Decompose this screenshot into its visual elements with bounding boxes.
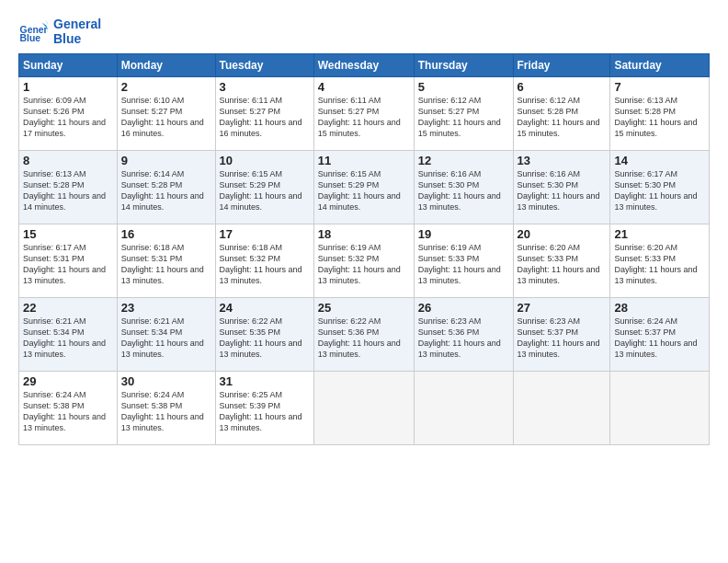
calendar-cell: 1 Sunrise: 6:09 AMSunset: 5:26 PMDayligh… bbox=[19, 77, 118, 151]
day-number: 22 bbox=[23, 301, 113, 315]
day-number: 26 bbox=[418, 301, 509, 315]
header-friday: Friday bbox=[513, 54, 610, 77]
day-number: 5 bbox=[418, 80, 509, 94]
day-number: 6 bbox=[518, 80, 607, 94]
day-number: 3 bbox=[220, 80, 310, 94]
day-number: 25 bbox=[318, 301, 410, 315]
day-number: 4 bbox=[318, 80, 410, 94]
day-info: Sunrise: 6:11 AMSunset: 5:27 PMDaylight:… bbox=[318, 96, 401, 138]
calendar-cell: 4 Sunrise: 6:11 AMSunset: 5:27 PMDayligh… bbox=[313, 77, 414, 151]
day-info: Sunrise: 6:18 AMSunset: 5:31 PMDaylight:… bbox=[121, 243, 204, 285]
day-number: 21 bbox=[614, 227, 705, 241]
calendar-cell: 5 Sunrise: 6:12 AMSunset: 5:27 PMDayligh… bbox=[414, 77, 513, 151]
day-number: 17 bbox=[220, 227, 310, 241]
header-tuesday: Tuesday bbox=[215, 54, 313, 77]
day-info: Sunrise: 6:22 AMSunset: 5:35 PMDaylight:… bbox=[220, 316, 302, 359]
day-info: Sunrise: 6:23 AMSunset: 5:37 PMDaylight:… bbox=[518, 316, 600, 359]
calendar-cell: 22 Sunrise: 6:21 AMSunset: 5:34 PMDaylig… bbox=[19, 298, 118, 372]
day-info: Sunrise: 6:17 AMSunset: 5:30 PMDaylight:… bbox=[614, 169, 697, 212]
day-number: 7 bbox=[614, 80, 705, 94]
day-number: 16 bbox=[121, 227, 211, 241]
day-info: Sunrise: 6:18 AMSunset: 5:32 PMDaylight:… bbox=[220, 243, 302, 285]
day-info: Sunrise: 6:13 AMSunset: 5:28 PMDaylight:… bbox=[23, 169, 106, 212]
calendar-week-row: 22 Sunrise: 6:21 AMSunset: 5:34 PMDaylig… bbox=[19, 298, 710, 372]
day-info: Sunrise: 6:11 AMSunset: 5:27 PMDaylight:… bbox=[220, 96, 302, 138]
day-number: 28 bbox=[614, 301, 705, 315]
day-number: 24 bbox=[220, 301, 310, 315]
day-info: Sunrise: 6:15 AMSunset: 5:29 PMDaylight:… bbox=[220, 169, 302, 212]
calendar-cell bbox=[313, 372, 414, 445]
day-info: Sunrise: 6:12 AMSunset: 5:28 PMDaylight:… bbox=[518, 96, 600, 138]
day-number: 31 bbox=[220, 374, 310, 388]
day-number: 15 bbox=[23, 227, 113, 241]
day-number: 30 bbox=[121, 374, 211, 388]
day-info: Sunrise: 6:12 AMSunset: 5:27 PMDaylight:… bbox=[418, 96, 501, 138]
header-wednesday: Wednesday bbox=[313, 54, 414, 77]
day-number: 18 bbox=[318, 227, 410, 241]
day-info: Sunrise: 6:15 AMSunset: 5:29 PMDaylight:… bbox=[318, 169, 401, 212]
day-info: Sunrise: 6:20 AMSunset: 5:33 PMDaylight:… bbox=[518, 243, 600, 285]
calendar-cell: 19 Sunrise: 6:19 AMSunset: 5:33 PMDaylig… bbox=[414, 224, 513, 298]
day-info: Sunrise: 6:09 AMSunset: 5:26 PMDaylight:… bbox=[23, 96, 106, 138]
calendar-cell: 6 Sunrise: 6:12 AMSunset: 5:28 PMDayligh… bbox=[513, 77, 610, 151]
day-info: Sunrise: 6:21 AMSunset: 5:34 PMDaylight:… bbox=[23, 316, 106, 359]
day-number: 20 bbox=[518, 227, 607, 241]
day-info: Sunrise: 6:19 AMSunset: 5:32 PMDaylight:… bbox=[318, 243, 401, 285]
calendar-cell bbox=[610, 372, 710, 445]
page-container: General Blue General Blue Sunday Monday … bbox=[0, 0, 728, 454]
day-number: 19 bbox=[418, 227, 509, 241]
calendar-cell bbox=[414, 372, 513, 445]
calendar-cell bbox=[513, 372, 610, 445]
calendar-cell: 21 Sunrise: 6:20 AMSunset: 5:33 PMDaylig… bbox=[610, 224, 710, 298]
calendar-table: Sunday Monday Tuesday Wednesday Thursday… bbox=[18, 53, 710, 445]
header-saturday: Saturday bbox=[610, 54, 710, 77]
calendar-cell: 2 Sunrise: 6:10 AMSunset: 5:27 PMDayligh… bbox=[117, 77, 215, 151]
calendar-cell: 18 Sunrise: 6:19 AMSunset: 5:32 PMDaylig… bbox=[313, 224, 414, 298]
day-number: 29 bbox=[23, 374, 113, 388]
day-info: Sunrise: 6:24 AMSunset: 5:37 PMDaylight:… bbox=[614, 316, 697, 359]
day-info: Sunrise: 6:20 AMSunset: 5:33 PMDaylight:… bbox=[614, 243, 697, 285]
calendar-cell: 25 Sunrise: 6:22 AMSunset: 5:36 PMDaylig… bbox=[313, 298, 414, 372]
calendar-cell: 13 Sunrise: 6:16 AMSunset: 5:30 PMDaylig… bbox=[513, 151, 610, 224]
calendar-week-row: 8 Sunrise: 6:13 AMSunset: 5:28 PMDayligh… bbox=[19, 151, 710, 224]
day-number: 12 bbox=[418, 154, 509, 167]
header: General Blue General Blue bbox=[18, 17, 710, 46]
day-number: 2 bbox=[121, 80, 211, 94]
day-info: Sunrise: 6:10 AMSunset: 5:27 PMDaylight:… bbox=[121, 96, 204, 138]
day-number: 9 bbox=[121, 154, 211, 167]
calendar-cell: 30 Sunrise: 6:24 AMSunset: 5:38 PMDaylig… bbox=[117, 372, 215, 445]
logo-blue: Blue bbox=[53, 31, 101, 46]
calendar-cell: 29 Sunrise: 6:24 AMSunset: 5:38 PMDaylig… bbox=[19, 372, 118, 445]
day-info: Sunrise: 6:16 AMSunset: 5:30 PMDaylight:… bbox=[518, 169, 600, 212]
calendar-cell: 24 Sunrise: 6:22 AMSunset: 5:35 PMDaylig… bbox=[215, 298, 313, 372]
day-info: Sunrise: 6:24 AMSunset: 5:38 PMDaylight:… bbox=[121, 390, 204, 432]
day-number: 27 bbox=[518, 301, 607, 315]
logo-icon: General Blue bbox=[18, 17, 48, 46]
day-info: Sunrise: 6:17 AMSunset: 5:31 PMDaylight:… bbox=[23, 243, 106, 285]
calendar-cell: 7 Sunrise: 6:13 AMSunset: 5:28 PMDayligh… bbox=[610, 77, 710, 151]
calendar-week-row: 15 Sunrise: 6:17 AMSunset: 5:31 PMDaylig… bbox=[19, 224, 710, 298]
calendar-cell: 31 Sunrise: 6:25 AMSunset: 5:39 PMDaylig… bbox=[215, 372, 313, 445]
day-number: 10 bbox=[220, 154, 310, 167]
day-number: 8 bbox=[23, 154, 113, 167]
logo-general: General bbox=[53, 17, 101, 31]
calendar-cell: 14 Sunrise: 6:17 AMSunset: 5:30 PMDaylig… bbox=[610, 151, 710, 224]
day-info: Sunrise: 6:16 AMSunset: 5:30 PMDaylight:… bbox=[418, 169, 501, 212]
day-info: Sunrise: 6:13 AMSunset: 5:28 PMDaylight:… bbox=[614, 96, 697, 138]
day-info: Sunrise: 6:21 AMSunset: 5:34 PMDaylight:… bbox=[121, 316, 204, 359]
header-monday: Monday bbox=[117, 54, 215, 77]
calendar-cell: 15 Sunrise: 6:17 AMSunset: 5:31 PMDaylig… bbox=[19, 224, 118, 298]
logo: General Blue General Blue bbox=[18, 17, 101, 46]
day-number: 14 bbox=[614, 154, 705, 167]
calendar-cell: 9 Sunrise: 6:14 AMSunset: 5:28 PMDayligh… bbox=[117, 151, 215, 224]
calendar-header-row: Sunday Monday Tuesday Wednesday Thursday… bbox=[19, 54, 710, 77]
calendar-week-row: 29 Sunrise: 6:24 AMSunset: 5:38 PMDaylig… bbox=[19, 372, 710, 445]
day-number: 23 bbox=[121, 301, 211, 315]
calendar-cell: 3 Sunrise: 6:11 AMSunset: 5:27 PMDayligh… bbox=[215, 77, 313, 151]
header-sunday: Sunday bbox=[19, 54, 118, 77]
calendar-cell: 27 Sunrise: 6:23 AMSunset: 5:37 PMDaylig… bbox=[513, 298, 610, 372]
calendar-cell: 17 Sunrise: 6:18 AMSunset: 5:32 PMDaylig… bbox=[215, 224, 313, 298]
calendar-cell: 8 Sunrise: 6:13 AMSunset: 5:28 PMDayligh… bbox=[19, 151, 118, 224]
day-info: Sunrise: 6:23 AMSunset: 5:36 PMDaylight:… bbox=[418, 316, 501, 359]
svg-text:Blue: Blue bbox=[20, 33, 41, 43]
